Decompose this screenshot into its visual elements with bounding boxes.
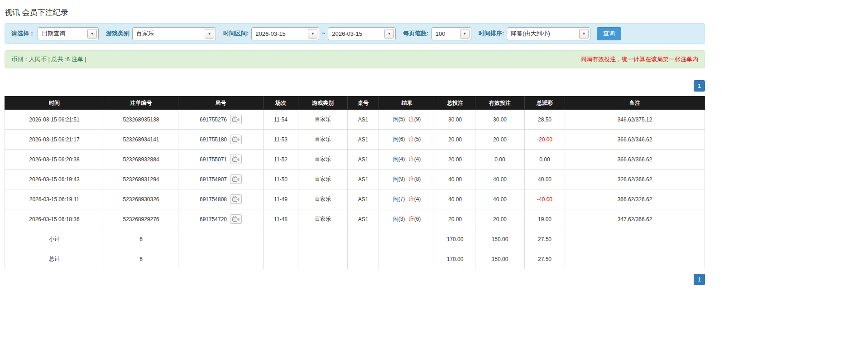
empty-cell xyxy=(264,249,298,269)
cell-payout: 40.00 xyxy=(525,169,565,189)
filter-bar: 请选择： 日期查询 ▾ 游戏类别 百家乐 ▾ 时间区间: 2026-03-15 … xyxy=(5,23,705,44)
betting-records-table: 时间 注单编号 局号 场次 游戏类别 桌号 结果 总投注 有效投注 总派彩 备注… xyxy=(5,96,705,269)
result-banker-label: 庄 xyxy=(409,116,414,122)
cell-note: 326.62/366.62 xyxy=(565,169,705,189)
video-replay-icon[interactable] xyxy=(230,174,242,184)
cell-time: 2026-03-15 06:20:38 xyxy=(5,150,104,169)
empty-cell xyxy=(298,229,348,249)
chevron-down-icon[interactable]: ▾ xyxy=(87,29,97,39)
page-size-label: 每页笔数: xyxy=(403,29,428,38)
cell-table-no: AS1 xyxy=(348,169,379,189)
time-sort-dropdown[interactable]: 降冪(由大到小) ▾ xyxy=(507,27,590,40)
cell-session: 11-53 xyxy=(264,130,298,150)
total-count: 6 xyxy=(104,249,178,269)
result-banker-score: (8) xyxy=(414,176,421,182)
cell-bet-id: 523268935138 xyxy=(104,110,178,130)
header-bet-id: 注单编号 xyxy=(104,97,178,110)
cell-game-type: 百家乐 xyxy=(298,150,348,169)
video-replay-icon[interactable] xyxy=(230,115,242,124)
cell-payout: 28.50 xyxy=(525,110,565,130)
cell-total-bet[interactable]: 40.00 xyxy=(435,189,475,209)
total-label: 总计 xyxy=(5,249,104,269)
date-from-value: 2026-03-15 xyxy=(252,30,307,37)
video-replay-icon[interactable] xyxy=(230,194,242,204)
cell-result: 闲(9) 庄(8) xyxy=(379,169,435,189)
result-banker-label: 庄 xyxy=(409,216,414,222)
empty-cell xyxy=(379,229,435,249)
page-button-1[interactable]: 1 xyxy=(694,80,705,92)
result-player-score: (4) xyxy=(398,156,405,162)
result-player-label: 闲 xyxy=(393,156,398,162)
round-number: 691754808 xyxy=(200,196,227,203)
result-player-score: (9) xyxy=(398,176,405,182)
header-note: 备注 xyxy=(565,97,705,110)
cell-total-bet[interactable]: 40.00 xyxy=(435,169,475,189)
video-replay-icon[interactable] xyxy=(230,214,242,224)
cell-payout: -40.00 xyxy=(525,189,565,209)
chevron-down-icon[interactable]: ▾ xyxy=(205,29,214,39)
cell-bet-id: 523268930326 xyxy=(104,189,178,209)
cell-note: 366.62/346.62 xyxy=(565,130,705,150)
result-banker-score: (4) xyxy=(414,156,421,162)
summary-notice: 同局有效投注，统一计算在该局第一张注单内 xyxy=(580,55,698,63)
cell-total-bet[interactable]: 20.00 xyxy=(435,209,475,229)
round-number: 691754720 xyxy=(200,216,227,223)
result-player-score: (5) xyxy=(398,116,405,122)
video-replay-icon[interactable] xyxy=(230,135,242,144)
range-separator: ~ xyxy=(322,30,325,37)
cell-time: 2026-03-15 06:21:17 xyxy=(5,130,104,150)
result-banker-label: 庄 xyxy=(409,176,414,182)
result-banker-score: (6) xyxy=(414,216,421,222)
table-row: 2026-03-15 06:20:38 523268932884 6917550… xyxy=(5,150,705,169)
cell-total-bet[interactable]: 30.00 xyxy=(435,110,475,130)
result-player-score: (3) xyxy=(398,216,405,222)
cell-time: 2026-03-15 06:18:36 xyxy=(5,209,104,229)
cell-round: 691754808 xyxy=(178,189,264,209)
cell-total-bet[interactable]: 20.00 xyxy=(435,150,475,169)
date-to-dropdown[interactable]: 2026-03-15 ▾ xyxy=(328,27,396,40)
chevron-down-icon[interactable]: ▾ xyxy=(308,29,317,39)
summary-bar: 币别：人民币 | 总共 :6 注单 | 同局有效投注，统一计算在该局第一张注单内 xyxy=(5,50,705,68)
table-header: 时间 注单编号 局号 场次 游戏类别 桌号 结果 总投注 有效投注 总派彩 备注 xyxy=(5,97,705,110)
page-button-1[interactable]: 1 xyxy=(694,274,705,285)
empty-cell xyxy=(565,229,705,249)
cell-payout: -20.00 xyxy=(525,130,565,150)
date-to-value: 2026-03-15 xyxy=(328,30,384,37)
chevron-down-icon[interactable]: ▾ xyxy=(460,29,470,39)
cell-bet-id: 523268931294 xyxy=(104,169,178,189)
time-range-label: 时间区间: xyxy=(223,29,249,38)
cell-valid-bet: 0.00 xyxy=(475,150,525,169)
game-type-value: 百家乐 xyxy=(133,29,204,38)
page-size-dropdown[interactable]: 100 ▾ xyxy=(432,27,471,40)
game-type-dropdown[interactable]: 百家乐 ▾ xyxy=(132,27,216,40)
date-from-dropdown[interactable]: 2026-03-15 ▾ xyxy=(251,27,319,40)
chevron-down-icon[interactable]: ▾ xyxy=(579,29,589,39)
chevron-down-icon[interactable]: ▾ xyxy=(384,29,394,39)
cell-game-type: 百家乐 xyxy=(298,169,348,189)
page-root: 视讯 会员下注纪录 请选择： 日期查询 ▾ 游戏类别 百家乐 ▾ 时间区间: 2… xyxy=(5,7,705,303)
result-player-score: (7) xyxy=(398,196,405,202)
result-player-label: 闲 xyxy=(393,116,398,122)
cell-bet-id: 523268929276 xyxy=(104,209,178,229)
cell-table-no: AS1 xyxy=(348,130,379,150)
cell-time: 2026-03-15 06:21:51 xyxy=(5,110,104,130)
cell-valid-bet: 20.00 xyxy=(475,130,525,150)
search-button[interactable]: 查询 xyxy=(597,27,621,40)
result-player-label: 闲 xyxy=(393,176,398,182)
cell-note: 347.62/366.62 xyxy=(565,209,705,229)
empty-cell xyxy=(348,229,379,249)
subtotal-row: 小计 6 170.00 150.00 27.50 xyxy=(5,229,705,249)
cell-payout: 19.00 xyxy=(525,209,565,229)
cell-session: 11-50 xyxy=(264,169,298,189)
cell-total-bet[interactable]: 20.00 xyxy=(435,130,475,150)
video-replay-icon[interactable] xyxy=(230,155,242,164)
subtotal-count: 6 xyxy=(104,229,178,249)
header-round: 局号 xyxy=(178,97,264,110)
select-type-label: 请选择： xyxy=(11,29,35,38)
empty-cell xyxy=(348,249,379,269)
subtotal-total-bet: 170.00 xyxy=(435,229,475,249)
select-type-dropdown[interactable]: 日期查询 ▾ xyxy=(38,27,99,40)
result-banker-label: 庄 xyxy=(409,156,414,162)
cell-result: 闲(6) 庄(5) xyxy=(379,130,435,150)
cell-note: 346.62/375.12 xyxy=(565,110,705,130)
